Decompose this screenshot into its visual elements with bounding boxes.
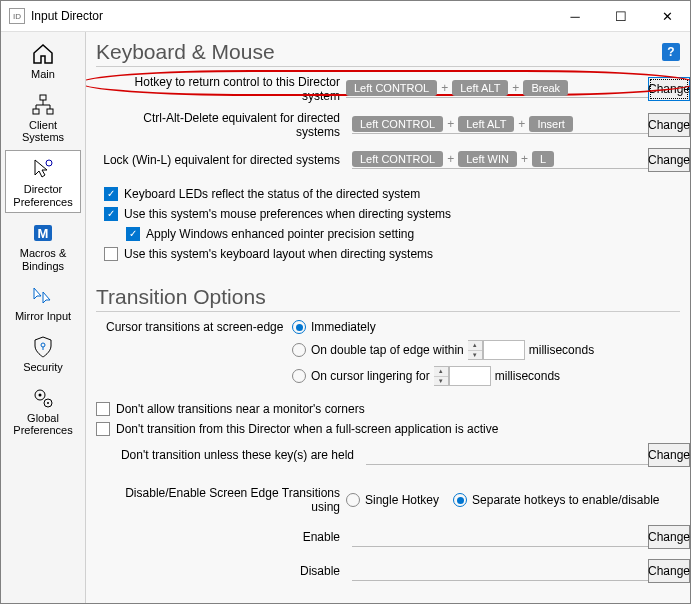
radio-single-hotkey[interactable] xyxy=(346,493,360,507)
svg-point-10 xyxy=(47,402,49,404)
key-pill: Left CONTROL xyxy=(352,151,443,167)
cad-label: Ctrl-Alt-Delete equivalent for directed … xyxy=(96,111,346,139)
help-button[interactable]: ? xyxy=(662,43,680,61)
svg-rect-2 xyxy=(47,109,53,114)
cursor-transitions-label: Cursor transitions at screen-edge xyxy=(96,320,292,392)
held-keys-field xyxy=(366,445,648,465)
enable-label: Enable xyxy=(96,530,346,544)
key-pill: Left CONTROL xyxy=(346,80,437,96)
disable-keys-field xyxy=(352,561,648,581)
radio-separate-label: Separate hotkeys to enable/disable xyxy=(472,493,659,507)
radio-lingering[interactable] xyxy=(292,369,306,383)
chk-mouse-prefs[interactable] xyxy=(104,207,118,221)
key-pill: Left ALT xyxy=(452,80,508,96)
chk-leds[interactable] xyxy=(104,187,118,201)
chk-corners-label: Don't allow transitions near a monitor's… xyxy=(116,402,365,416)
key-pill: Break xyxy=(523,80,568,96)
radio-separate-hotkeys[interactable] xyxy=(453,493,467,507)
chk-fullscreen-label: Don't transition from this Director when… xyxy=(116,422,498,436)
change-disable-button[interactable]: Change xyxy=(648,559,690,583)
svg-rect-0 xyxy=(40,95,46,100)
chk-mouse-label: Use this system's mouse preferences when… xyxy=(124,207,451,221)
svg-point-8 xyxy=(39,393,42,396)
key-pill: L xyxy=(532,151,554,167)
key-pill: Left WIN xyxy=(458,151,517,167)
lock-keys: Left CONTROL + Left WIN + L xyxy=(352,151,648,169)
svg-point-6 xyxy=(41,343,45,347)
hotkey-return-label: Hotkey to return control to this Directo… xyxy=(96,75,346,103)
sidebar-label: Main xyxy=(31,68,55,81)
enable-keys-field xyxy=(352,527,648,547)
sidebar-item-global-preferences[interactable]: Global Preferences xyxy=(5,380,81,441)
key-pill: Left CONTROL xyxy=(352,116,443,132)
chk-layout[interactable] xyxy=(104,247,118,261)
sidebar-item-security[interactable]: Security xyxy=(5,329,81,378)
sidebar-label: Global Preferences xyxy=(7,412,79,437)
sidebar: Main Client Systems Director Preferences… xyxy=(1,32,86,604)
lock-label: Lock (Win-L) equivalent for directed sys… xyxy=(96,153,346,167)
close-button[interactable]: ✕ xyxy=(644,1,690,31)
shield-icon xyxy=(31,335,55,359)
gears-icon xyxy=(31,386,55,410)
held-keys-label: Don't transition unless these key(s) are… xyxy=(96,448,360,462)
maximize-button[interactable]: ☐ xyxy=(598,1,644,31)
radio-double-tap-label: On double tap of edge within xyxy=(311,343,464,357)
sidebar-item-client-systems[interactable]: Client Systems xyxy=(5,87,81,148)
sidebar-item-macros[interactable]: M Macros & Bindings xyxy=(5,215,81,276)
change-cad-button[interactable]: Change xyxy=(648,113,690,137)
app-icon: ID xyxy=(9,8,25,24)
lingering-spinner[interactable]: ▲▼ xyxy=(434,366,491,386)
change-lock-button[interactable]: Change xyxy=(648,148,690,172)
svg-rect-1 xyxy=(33,109,39,114)
network-icon xyxy=(31,93,55,117)
radio-single-label: Single Hotkey xyxy=(365,493,439,507)
change-hotkey-return-button[interactable]: Change xyxy=(648,77,690,101)
chk-fullscreen[interactable] xyxy=(96,422,110,436)
chk-precision[interactable] xyxy=(126,227,140,241)
sidebar-item-director-preferences[interactable]: Director Preferences xyxy=(5,150,81,213)
sidebar-label: Macros & Bindings xyxy=(7,247,79,272)
key-pill: Insert xyxy=(529,116,573,132)
sidebar-label: Client Systems xyxy=(7,119,79,144)
chk-corners[interactable] xyxy=(96,402,110,416)
titlebar: ID Input Director ─ ☐ ✕ xyxy=(1,1,690,32)
disable-label: Disable xyxy=(96,564,346,578)
chk-leds-label: Keyboard LEDs reflect the status of the … xyxy=(124,187,420,201)
minimize-button[interactable]: ─ xyxy=(552,1,598,31)
content-panel: Keyboard & Mouse ? Hotkey to return cont… xyxy=(86,32,690,604)
radio-immediately-label: Immediately xyxy=(311,320,376,334)
key-pill: Left ALT xyxy=(458,116,514,132)
cad-keys: Left CONTROL + Left ALT + Insert xyxy=(352,116,648,134)
section-transition: Transition Options xyxy=(96,285,680,312)
sidebar-label: Director Preferences xyxy=(8,183,78,208)
home-icon xyxy=(31,42,55,66)
sidebar-label: Security xyxy=(23,361,63,374)
radio-lingering-label: On cursor lingering for xyxy=(311,369,430,383)
chk-precision-label: Apply Windows enhanced pointer precision… xyxy=(146,227,414,241)
cursor-settings-icon xyxy=(31,157,55,181)
radio-double-tap[interactable] xyxy=(292,343,306,357)
window-title: Input Director xyxy=(31,9,103,23)
mirror-icon xyxy=(31,284,55,308)
svg-point-3 xyxy=(46,160,52,166)
svg-text:M: M xyxy=(38,226,49,241)
section-keyboard-mouse: Keyboard & Mouse ? xyxy=(96,40,680,67)
hotkey-return-keys: Left CONTROL + Left ALT + Break xyxy=(346,80,648,98)
change-enable-button[interactable]: Change xyxy=(648,525,690,549)
macro-icon: M xyxy=(31,221,55,245)
sidebar-label: Mirror Input xyxy=(15,310,71,323)
change-held-button[interactable]: Change xyxy=(648,443,690,467)
radio-immediately[interactable] xyxy=(292,320,306,334)
sidebar-item-mirror-input[interactable]: Mirror Input xyxy=(5,278,81,327)
double-tap-spinner[interactable]: ▲▼ xyxy=(468,340,525,360)
disable-enable-label: Disable/Enable Screen Edge Transitions u… xyxy=(96,486,346,514)
chk-layout-label: Use this system's keyboard layout when d… xyxy=(124,247,433,261)
sidebar-item-main[interactable]: Main xyxy=(5,36,81,85)
